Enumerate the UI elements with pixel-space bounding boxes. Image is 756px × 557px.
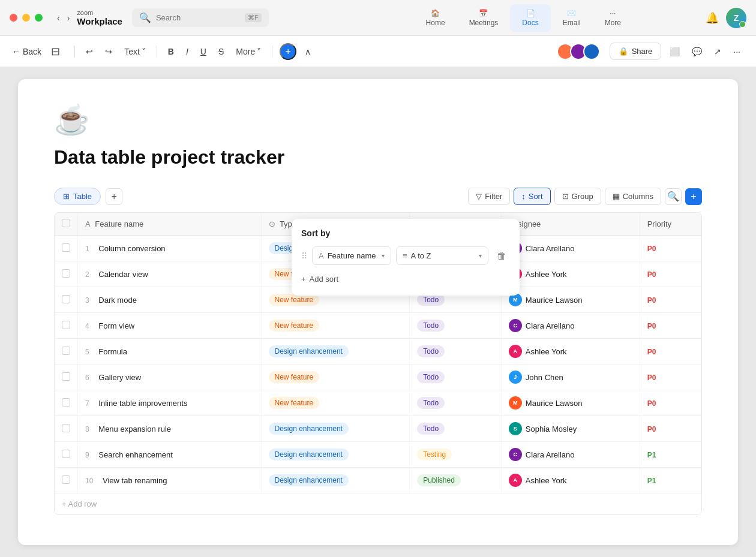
- comment-button[interactable]: 💬: [688, 44, 706, 59]
- row-number: 3: [85, 296, 89, 305]
- row-checkbox[interactable]: [62, 295, 70, 303]
- bell-icon[interactable]: 🔔: [706, 11, 719, 25]
- table-row[interactable]: 6 Gallery view New feature Todo J John C…: [55, 365, 701, 390]
- row-checkbox[interactable]: [62, 424, 70, 432]
- type-badge: Design enhancement: [269, 448, 349, 460]
- maximize-button[interactable]: [35, 14, 43, 22]
- sidebar-toggle[interactable]: ⊟: [51, 45, 60, 58]
- undo-button[interactable]: ↩: [82, 44, 97, 59]
- options-button[interactable]: ···: [730, 44, 744, 59]
- separator-3: [272, 46, 272, 58]
- bold-button[interactable]: B: [164, 44, 178, 59]
- more-formatting-label: More: [236, 47, 255, 56]
- collapse-button[interactable]: ∧: [301, 44, 314, 59]
- feature-cell: 9 Search enhancement: [78, 442, 262, 468]
- doc-body: ☕ Data table project tracker ⊞ Table + ▽…: [18, 79, 738, 539]
- row-checkbox[interactable]: [62, 450, 70, 458]
- priority-value: P0: [647, 425, 656, 433]
- chevron-down-icon-more: ˅: [257, 47, 261, 56]
- italic-button[interactable]: I: [182, 44, 192, 59]
- back-button[interactable]: ← Back: [12, 47, 41, 56]
- underline-button[interactable]: U: [197, 44, 210, 59]
- assignee-name: Maurice Lawson: [526, 296, 583, 305]
- filter-button[interactable]: ▽ Filter: [468, 188, 510, 205]
- nav-meetings[interactable]: 📅 Meetings: [457, 4, 511, 32]
- row-checkbox[interactable]: [62, 243, 70, 252]
- feature-cell: 6 Gallery view: [78, 365, 262, 390]
- chevron-down-icon: ˅: [142, 47, 146, 56]
- trash-icon: 🗑: [497, 251, 506, 261]
- select-all-checkbox[interactable]: [62, 219, 70, 227]
- table-row[interactable]: 8 Menu expansion rule Design enhancement…: [55, 416, 701, 442]
- group-icon: ⊡: [562, 192, 569, 201]
- type-cell: Design enhancement: [261, 468, 410, 493]
- add-row-button[interactable]: + Add row: [55, 493, 701, 514]
- nav-email-label: Email: [563, 19, 581, 27]
- search-bar[interactable]: 🔍 ⌘F: [132, 8, 269, 27]
- status-badge: Todo: [417, 423, 445, 435]
- priority-value: P0: [647, 399, 656, 408]
- assignee-avatar: A: [509, 345, 522, 358]
- table-row[interactable]: 4 Form view New feature Todo C Clara Are…: [55, 313, 701, 339]
- row-checkbox[interactable]: [62, 269, 70, 278]
- checkbox-header: [55, 213, 78, 236]
- assignee-avatar: C: [509, 448, 522, 461]
- row-checkbox-cell: [55, 390, 78, 416]
- type-badge: Design enhancement: [269, 423, 349, 435]
- sort-field-select[interactable]: A Feature name ▾: [312, 246, 391, 265]
- row-checkbox[interactable]: [62, 321, 70, 329]
- insert-button[interactable]: +: [280, 43, 296, 60]
- nav-home[interactable]: 🏠 Home: [414, 4, 457, 32]
- priority-value: P0: [647, 374, 656, 382]
- strikethrough-button[interactable]: S: [215, 44, 227, 59]
- user-avatar[interactable]: Z: [726, 8, 746, 28]
- columns-button[interactable]: ▦ Columns: [605, 188, 661, 205]
- nav-docs[interactable]: 📄 Docs: [510, 4, 550, 32]
- feature-cell: 3 Dark mode: [78, 287, 262, 313]
- row-checkbox[interactable]: [62, 372, 70, 381]
- search-input[interactable]: [156, 13, 240, 22]
- sort-button[interactable]: ↕ Sort: [514, 188, 550, 205]
- sort-order-select[interactable]: ≡ A to Z ▾: [396, 246, 488, 265]
- status-badge: Todo: [417, 294, 445, 306]
- type-badge: New feature: [269, 320, 320, 332]
- table-view-button[interactable]: ⊞ Table: [54, 188, 101, 205]
- search-table-button[interactable]: 🔍: [665, 188, 682, 205]
- priority-cell: P0: [640, 287, 701, 313]
- status-badge: Todo: [417, 397, 445, 409]
- type-cell: Design enhancement: [261, 339, 410, 365]
- assignee-container: J John Chen: [509, 371, 632, 384]
- row-checkbox[interactable]: [62, 398, 70, 407]
- row-number: 4: [85, 322, 89, 330]
- add-sort-button[interactable]: + Add sort: [301, 272, 510, 286]
- more-dots-icon: ···: [610, 9, 616, 17]
- assignee-cell: A Ashlee York: [501, 339, 640, 365]
- add-view-button[interactable]: +: [106, 188, 122, 205]
- drag-handle-icon[interactable]: ⠿: [301, 251, 307, 261]
- table-row[interactable]: 9 Search enhancement Design enhancement …: [55, 442, 701, 468]
- more-formatting-button[interactable]: More ˅: [232, 44, 265, 59]
- add-filter-button[interactable]: +: [685, 188, 702, 205]
- external-link-button[interactable]: ↗: [710, 44, 725, 59]
- table-row[interactable]: 5 Formula Design enhancement Todo A Ashl…: [55, 339, 701, 365]
- present-button[interactable]: ⬜: [666, 44, 683, 59]
- doc-title: Data table project tracker: [54, 146, 702, 168]
- back-arrow[interactable]: ‹: [55, 11, 62, 25]
- minimize-button[interactable]: [22, 14, 30, 22]
- text-style-button[interactable]: Text ˅: [121, 44, 149, 59]
- forward-arrow[interactable]: ›: [65, 11, 73, 25]
- row-checkbox[interactable]: [62, 347, 70, 355]
- sort-delete-button[interactable]: 🗑: [493, 248, 510, 264]
- share-button[interactable]: 🔒 Share: [610, 43, 662, 60]
- table-row[interactable]: 7 Inline table improvements New feature …: [55, 390, 701, 416]
- nav-email[interactable]: ✉️ Email: [551, 4, 593, 32]
- type-badge: Design enhancement: [269, 345, 349, 357]
- group-button[interactable]: ⊡ Group: [554, 188, 601, 205]
- redo-button[interactable]: ↪: [101, 44, 116, 59]
- priority-cell: P0: [640, 416, 701, 442]
- table-row[interactable]: 10 View tab renaming Design enhancement …: [55, 468, 701, 493]
- status-badge: Todo: [417, 320, 445, 332]
- close-button[interactable]: [10, 14, 17, 22]
- row-checkbox[interactable]: [62, 475, 70, 484]
- nav-more[interactable]: ··· More: [593, 4, 633, 32]
